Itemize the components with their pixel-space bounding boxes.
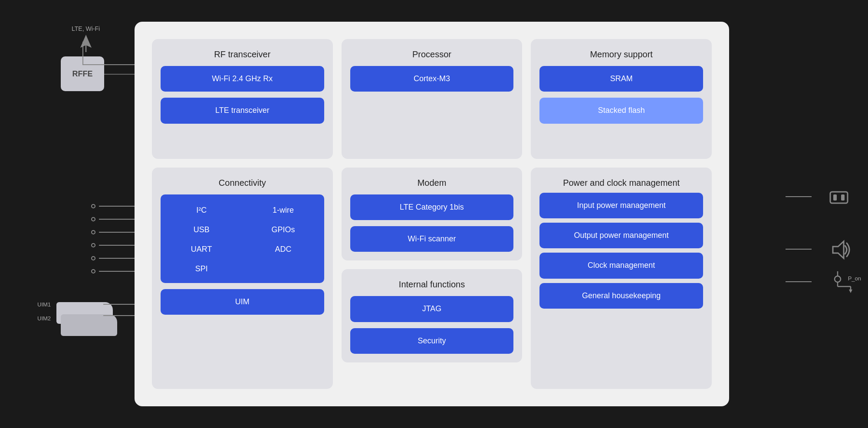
chip-diagram: RF transceiver Wi-Fi 2.4 GHz Rx LTE tran… (135, 22, 729, 406)
wifi-scanner-btn: Wi-Fi scanner (350, 226, 514, 252)
svg-marker-11 (849, 290, 852, 293)
general-housekeeping-btn: General housekeeping (539, 283, 703, 309)
internal-functions-block: Internal functions JTAG Security (342, 269, 523, 362)
rf-transceiver-block: RF transceiver Wi-Fi 2.4 GHz Rx LTE tran… (152, 39, 333, 159)
conn-adc: ADC (247, 241, 319, 257)
connectivity-block: Connectivity I²C 1-wire USB GPIOs UART A… (152, 168, 333, 389)
chip-grid: RF transceiver Wi-Fi 2.4 GHz Rx LTE tran… (152, 39, 712, 389)
uim-btn: UIM (161, 289, 324, 315)
security-btn: Security (350, 328, 514, 354)
antenna-area: LTE, Wi-Fi (72, 25, 100, 52)
cortex-m3-btn: Cortex-M3 (350, 66, 514, 92)
conn-spi: SPI (165, 261, 238, 277)
connectivity-title: Connectivity (161, 177, 324, 188)
pon-label: P_on (848, 275, 861, 282)
gpio-dot-3 (91, 230, 95, 234)
speaker-icon (829, 238, 852, 263)
processor-block: Processor Cortex-M3 (342, 39, 523, 159)
processor-title: Processor (350, 49, 514, 60)
connector-icon (828, 187, 850, 210)
conn-usb: USB (165, 222, 238, 238)
rffe-connection-line (104, 74, 135, 75)
connectivity-grid: I²C 1-wire USB GPIOs UART ADC SPI (161, 194, 324, 283)
antenna-icon (72, 35, 100, 52)
stacked-flash-btn: Stacked flash (539, 98, 703, 123)
uim-card-2 (61, 314, 117, 336)
svg-marker-5 (833, 241, 844, 258)
modem-block: Modem LTE Category 1bis Wi-Fi scanner (342, 168, 523, 261)
memory-support-block: Memory support SRAM Stacked flash (531, 39, 712, 159)
conn-uart: UART (165, 241, 238, 257)
antenna-vertical-line (82, 42, 83, 65)
conn-1wire: 1-wire (247, 202, 319, 218)
gpio-dot-5 (91, 256, 95, 260)
conn-gpios: GPIOs (247, 222, 319, 238)
conn-i2c: I²C (165, 202, 238, 218)
antenna-label: LTE, Wi-Fi (72, 25, 100, 32)
clock-mgmt-btn: Clock management (539, 253, 703, 278)
wifi-rx-btn: Wi-Fi 2.4 GHz Rx (161, 66, 324, 92)
sram-btn: SRAM (539, 66, 703, 92)
gpio-dot-4 (91, 243, 95, 247)
right-speaker-line (786, 249, 812, 250)
memory-support-title: Memory support (539, 49, 703, 60)
svg-rect-3 (833, 194, 837, 201)
power-clock-block: Power and clock management Input power m… (531, 168, 712, 389)
lte-transceiver-btn: LTE transceiver (161, 98, 324, 123)
uim-card-2-area (52, 314, 108, 336)
input-power-btn: Input power management (539, 193, 703, 218)
power-clock-title: Power and clock management (539, 177, 703, 188)
svg-point-6 (835, 276, 841, 282)
uim-connection-line-2 (103, 315, 135, 316)
right-connector-line (786, 196, 812, 197)
svg-rect-2 (830, 192, 848, 203)
antenna-horiz-line (82, 64, 135, 65)
gpio-dot-2 (91, 217, 95, 221)
lte-cat1bis-btn: LTE Category 1bis (350, 194, 514, 220)
jtag-btn: JTAG (350, 296, 514, 322)
gpio-dot-6 (91, 269, 95, 273)
conn-empty (247, 261, 319, 277)
internal-functions-title: Internal functions (350, 279, 514, 290)
center-bottom-area: Modem LTE Category 1bis Wi-Fi scanner In… (342, 168, 523, 389)
svg-rect-4 (841, 194, 845, 201)
output-power-btn: Output power management (539, 223, 703, 248)
modem-title: Modem (350, 177, 514, 188)
gpio-dot-1 (91, 204, 95, 208)
uim-connection-line-1 (103, 304, 135, 305)
right-power-line (786, 281, 812, 282)
rf-transceiver-title: RF transceiver (161, 49, 324, 60)
